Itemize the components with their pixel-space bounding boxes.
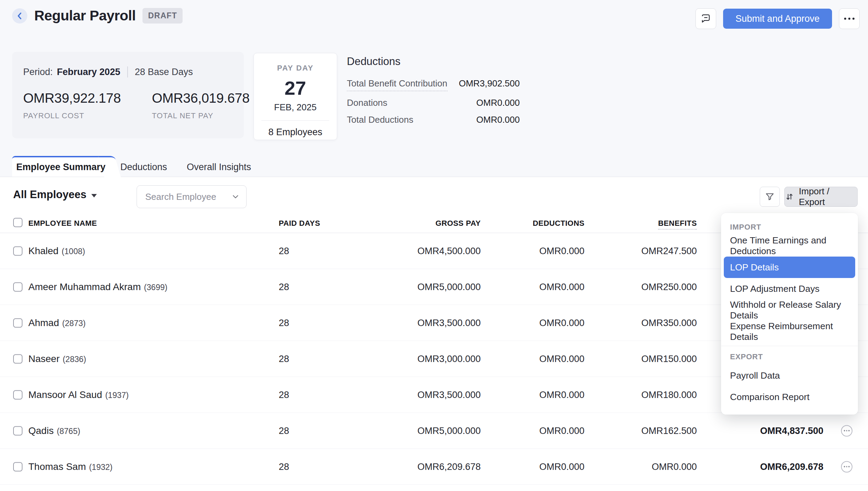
row-checkbox[interactable] bbox=[13, 426, 22, 435]
payday-divider bbox=[261, 120, 329, 121]
benefits-cell: OMR250.000 bbox=[614, 281, 697, 292]
deductions-cell: OMR0.000 bbox=[501, 246, 584, 256]
employee-name-cell: Naseer(2836) bbox=[28, 353, 86, 364]
deductions-summary-row: Total Benefit Contribution OMR3,902.500 bbox=[347, 78, 520, 91]
comment-icon bbox=[701, 13, 711, 24]
payroll-cost-label: PAYROLL COST bbox=[23, 111, 121, 120]
gross-pay-cell: OMR3,500.000 bbox=[398, 389, 481, 400]
employee-search-combobox[interactable] bbox=[137, 185, 247, 208]
row-checkbox[interactable] bbox=[13, 390, 22, 399]
deductions-cell: OMR0.000 bbox=[501, 389, 584, 400]
import-export-button[interactable]: Import / Export bbox=[784, 187, 858, 207]
menu-divider bbox=[721, 346, 858, 346]
export-menu-item[interactable]: Payroll Data bbox=[721, 365, 858, 386]
tab-employee-summary[interactable]: Employee Summary bbox=[12, 156, 110, 177]
row-menu-icon bbox=[844, 466, 850, 467]
employee-id: (2836) bbox=[63, 355, 86, 364]
submit-and-approve-button[interactable]: Submit and Approve bbox=[723, 9, 832, 29]
payroll-cost-block: OMR39,922.178 PAYROLL COST bbox=[23, 91, 121, 120]
employee-name: Ahmad bbox=[28, 317, 59, 328]
deductions-cell: OMR0.000 bbox=[501, 317, 584, 328]
row-menu-button[interactable] bbox=[841, 425, 852, 436]
import-menu-item[interactable]: LOP Details bbox=[724, 257, 855, 278]
paid-days-cell: 28 bbox=[279, 389, 289, 400]
back-chevron-icon bbox=[16, 12, 23, 20]
deductions-heading: Deductions bbox=[347, 55, 520, 68]
paid-days-cell: 28 bbox=[279, 281, 289, 292]
deductions-summary-row: Donations OMR0.000 bbox=[347, 98, 520, 108]
tab-deductions[interactable]: Deductions bbox=[120, 157, 167, 177]
paid-days-cell: 28 bbox=[279, 317, 289, 328]
import-menu-item[interactable]: LOP Adjustment Days bbox=[721, 278, 858, 299]
row-checkbox[interactable] bbox=[13, 282, 22, 291]
filter-button[interactable] bbox=[760, 187, 780, 207]
row-checkbox[interactable] bbox=[13, 462, 22, 471]
table-row: Thomas Sam(1932) 28 OMR6,209.678 OMR0.00… bbox=[0, 449, 868, 485]
employee-name-cell: Ahmad(2873) bbox=[28, 317, 86, 328]
chevron-down-icon bbox=[231, 192, 240, 201]
employee-filter-label: All Employees bbox=[13, 188, 86, 201]
import-menu-item[interactable]: Withhold or Release Salary Details bbox=[721, 299, 858, 321]
column-benefits[interactable]: BENEFITS bbox=[614, 219, 697, 228]
net-pay-cell: OMR4,837.500 bbox=[740, 425, 823, 436]
export-menu-item[interactable]: Comparison Report bbox=[721, 386, 858, 408]
employee-filter-dropdown[interactable]: All Employees bbox=[13, 188, 97, 201]
benefits-cell: OMR247.500 bbox=[614, 246, 697, 256]
employee-name-cell: Mansoor Al Saud(1937) bbox=[28, 389, 129, 400]
back-button[interactable] bbox=[12, 8, 27, 24]
more-button[interactable] bbox=[839, 8, 860, 29]
deduction-label: Total Deductions bbox=[347, 114, 413, 125]
employee-id: (3699) bbox=[144, 283, 167, 292]
paid-days-cell: 28 bbox=[279, 461, 289, 472]
employee-name-cell: Qadis(8765) bbox=[28, 425, 80, 436]
deductions-cell: OMR0.000 bbox=[501, 281, 584, 292]
benefits-cell: OMR150.000 bbox=[614, 353, 697, 364]
employee-id: (1008) bbox=[62, 247, 85, 256]
comments-button[interactable] bbox=[695, 8, 716, 29]
period-line: Period: February 2025 28 Base Days bbox=[23, 66, 193, 77]
base-days: 28 Base Days bbox=[135, 67, 193, 77]
gross-pay-cell: OMR3,000.000 bbox=[398, 353, 481, 364]
select-all-checkbox[interactable] bbox=[13, 218, 22, 227]
total-net-pay-label: TOTAL NET PAY bbox=[152, 111, 249, 120]
employee-name: Khaled bbox=[28, 246, 58, 256]
gross-pay-cell: OMR6,209.678 bbox=[398, 461, 481, 472]
row-menu-button[interactable] bbox=[841, 461, 852, 472]
employee-id: (8765) bbox=[57, 427, 80, 436]
period-label: Period: bbox=[23, 67, 53, 77]
row-checkbox[interactable] bbox=[13, 246, 22, 256]
header-actions: Submit and Approve bbox=[695, 8, 860, 29]
import-export-menu: IMPORT One Time Earnings and DeductionsL… bbox=[721, 213, 858, 415]
employee-name: Ameer Muhammad Akram bbox=[28, 281, 141, 292]
payroll-page: Regular Payroll DRAFT Submit and Approve… bbox=[0, 0, 868, 491]
row-checkbox[interactable] bbox=[13, 318, 22, 327]
payday-day: 27 bbox=[254, 77, 337, 99]
employee-id: (1932) bbox=[89, 463, 113, 472]
net-pay-block: OMR36,019.678 TOTAL NET PAY bbox=[152, 91, 249, 120]
import-menu-item[interactable]: One Time Earnings and Deductions bbox=[721, 235, 858, 257]
gross-pay-cell: OMR5,000.000 bbox=[398, 425, 481, 436]
benefits-cell: OMR180.000 bbox=[614, 389, 697, 400]
gross-pay-cell: OMR4,500.000 bbox=[398, 246, 481, 256]
benefits-cell: OMR162.500 bbox=[614, 425, 697, 436]
employee-name: Naseer bbox=[28, 353, 59, 364]
column-paid-days: PAID DAYS bbox=[279, 219, 320, 228]
period-summary-card: Period: February 2025 28 Base Days OMR39… bbox=[12, 52, 244, 138]
dropdown-caret-icon bbox=[91, 194, 97, 197]
employee-name-cell: Thomas Sam(1932) bbox=[28, 461, 112, 472]
import-menu-item[interactable]: Expense Reimbursement Details bbox=[721, 321, 858, 342]
employee-name-cell: Ameer Muhammad Akram(3699) bbox=[28, 281, 167, 293]
deductions-cell: OMR0.000 bbox=[501, 425, 584, 436]
filter-icon bbox=[765, 192, 775, 202]
row-menu-icon bbox=[844, 430, 850, 432]
deductions-summary: Deductions Total Benefit Contribution OM… bbox=[347, 55, 520, 125]
deduction-label: Donations bbox=[347, 98, 387, 108]
export-section-label: EXPORT bbox=[721, 347, 858, 365]
employee-id: (1937) bbox=[105, 391, 129, 400]
column-gross-pay: GROSS PAY bbox=[398, 219, 481, 228]
search-employee-input[interactable] bbox=[145, 191, 231, 203]
column-employee-name: EMPLOYEE NAME bbox=[28, 219, 97, 228]
tab-overall-insights[interactable]: Overall Insights bbox=[187, 157, 251, 177]
deductions-cell: OMR0.000 bbox=[501, 353, 584, 364]
row-checkbox[interactable] bbox=[13, 354, 22, 363]
